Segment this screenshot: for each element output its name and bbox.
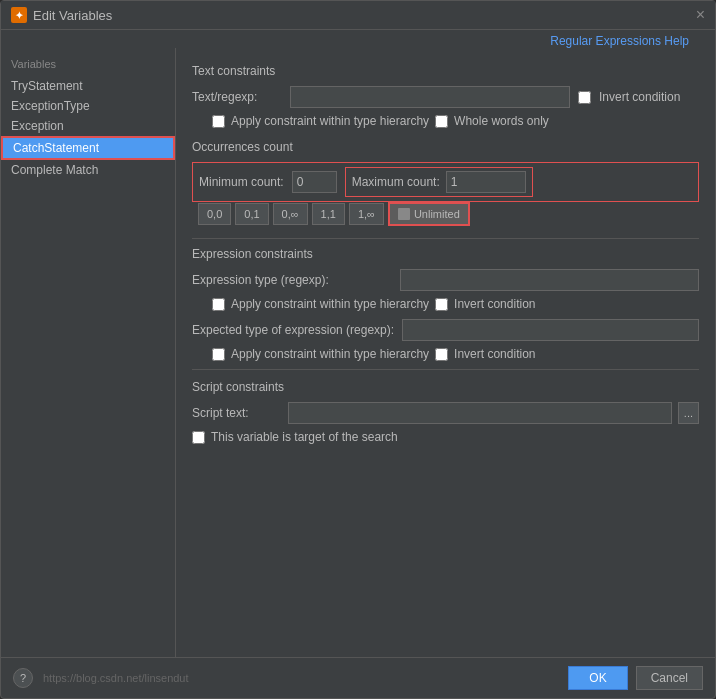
text-regexp-label: Text/regexp: [192, 90, 282, 104]
preset-btn-01[interactable]: 0,1 [235, 203, 268, 225]
occurrences-label: Occurrences count [192, 140, 699, 154]
divider-1 [192, 238, 699, 239]
script-constraints-section: Script constraints Script text: ... This… [192, 380, 699, 444]
divider-2 [192, 369, 699, 370]
expression-constraints-section: Expression constraints Expression type (… [192, 247, 699, 361]
whole-words-checkbox[interactable] [435, 115, 448, 128]
invert-condition-checkbox-1[interactable] [578, 91, 591, 104]
target-checkbox[interactable] [192, 431, 205, 444]
edit-variables-dialog: ✦ Edit Variables × Regular Expressions H… [0, 0, 716, 699]
close-button[interactable]: × [696, 7, 705, 23]
max-count-input[interactable] [446, 171, 526, 193]
text-regexp-row: Text/regexp: Invert condition [192, 86, 699, 108]
expected-type-row: Expected type of expression (regexp): [192, 319, 699, 341]
target-label: This variable is target of the search [211, 430, 398, 444]
dialog-icon: ✦ [11, 7, 27, 23]
script-text-row: Script text: ... [192, 402, 699, 424]
dialog-title: Edit Variables [33, 8, 112, 23]
preset-buttons: 0,0 0,1 0,∞ 1,1 1,∞ Unlimited [192, 202, 699, 226]
script-constraints-label: Script constraints [192, 380, 699, 394]
footer-right: OK Cancel [568, 666, 703, 690]
whole-words-label: Whole words only [454, 114, 549, 128]
sidebar-item-complete-match[interactable]: Complete Match [1, 160, 175, 180]
footer-left: ? https://blog.csdn.net/linsendut [13, 668, 189, 688]
expected-apply-checkbox[interactable] [212, 348, 225, 361]
min-count-input[interactable] [292, 171, 337, 193]
sidebar-item-try-statement[interactable]: TryStatement [1, 76, 175, 96]
min-count-label: Minimum count: [199, 175, 284, 189]
title-bar-left: ✦ Edit Variables [11, 7, 112, 23]
max-count-label: Maximum count: [352, 175, 440, 189]
apply-constraint-checkbox[interactable] [212, 115, 225, 128]
expr-invert-checkbox[interactable] [435, 298, 448, 311]
unlimited-label: Unlimited [414, 208, 460, 220]
expected-type-input[interactable] [402, 319, 699, 341]
preset-btn-1inf[interactable]: 1,∞ [349, 203, 384, 225]
text-regexp-input[interactable] [290, 86, 570, 108]
count-outer-row: Minimum count: Maximum count: [192, 162, 699, 202]
apply-constraint-row: Apply constraint within type hierarchy W… [192, 114, 699, 128]
apply-constraint-label: Apply constraint within type hierarchy [231, 114, 429, 128]
main-content: Text constraints Text/regexp: Invert con… [176, 48, 715, 657]
text-constraints-label: Text constraints [192, 64, 699, 78]
help-link-row: Regular Expressions Help [1, 30, 715, 48]
expr-constraints-label: Expression constraints [192, 247, 699, 261]
expr-apply-constraint-checkbox[interactable] [212, 298, 225, 311]
target-row: This variable is target of the search [192, 430, 699, 444]
script-text-input[interactable] [288, 402, 672, 424]
sidebar-item-catch-statement[interactable]: CatchStatement [1, 136, 175, 160]
invert-condition-label-1: Invert condition [599, 90, 680, 104]
watermark-text: https://blog.csdn.net/linsendut [43, 672, 189, 684]
script-text-label: Script text: [192, 406, 282, 420]
expr-type-input[interactable] [400, 269, 699, 291]
browse-button[interactable]: ... [678, 402, 699, 424]
unlimited-button[interactable]: Unlimited [388, 202, 470, 226]
ok-button[interactable]: OK [568, 666, 627, 690]
sidebar-item-exception[interactable]: Exception [1, 116, 175, 136]
footer: ? https://blog.csdn.net/linsendut OK Can… [1, 657, 715, 698]
help-button[interactable]: ? [13, 668, 33, 688]
expected-type-label: Expected type of expression (regexp): [192, 323, 394, 337]
preset-btn-11[interactable]: 1,1 [312, 203, 345, 225]
title-bar: ✦ Edit Variables × [1, 1, 715, 30]
content-area: Variables TryStatement ExceptionType Exc… [1, 48, 715, 657]
max-count-group: Maximum count: [345, 167, 533, 197]
cancel-button[interactable]: Cancel [636, 666, 703, 690]
expr-invert-label: Invert condition [454, 297, 535, 311]
unlimited-icon [398, 208, 410, 220]
expr-apply-constraint-row: Apply constraint within type hierarchy I… [192, 297, 699, 311]
occurrences-section: Occurrences count Minimum count: Maximum… [192, 140, 699, 226]
preset-btn-00[interactable]: 0,0 [198, 203, 231, 225]
expected-invert-checkbox[interactable] [435, 348, 448, 361]
sidebar: Variables TryStatement ExceptionType Exc… [1, 48, 176, 657]
expr-type-row: Expression type (regexp): [192, 269, 699, 291]
expected-apply-constraint-row: Apply constraint within type hierarchy I… [192, 347, 699, 361]
expr-type-label: Expression type (regexp): [192, 273, 392, 287]
sidebar-item-exception-type[interactable]: ExceptionType [1, 96, 175, 116]
expr-apply-constraint-label: Apply constraint within type hierarchy [231, 297, 429, 311]
expected-invert-label: Invert condition [454, 347, 535, 361]
expected-apply-label: Apply constraint within type hierarchy [231, 347, 429, 361]
preset-btn-0inf[interactable]: 0,∞ [273, 203, 308, 225]
sidebar-label: Variables [1, 56, 175, 76]
